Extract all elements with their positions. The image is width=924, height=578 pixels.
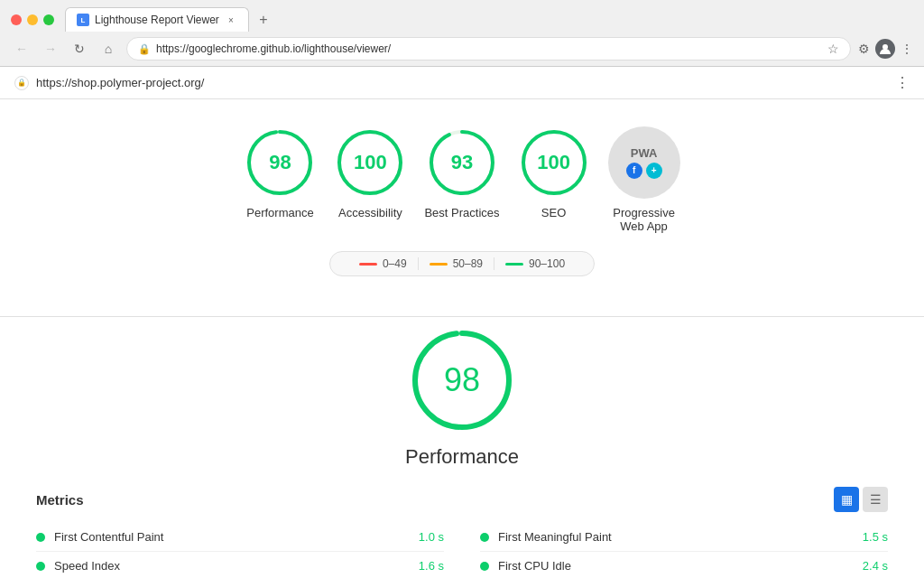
- metric-name-si: Speed Index: [54, 559, 399, 573]
- close-button[interactable]: [11, 14, 22, 25]
- pwa-text: PWA: [631, 147, 658, 159]
- refresh-button[interactable]: ↻: [69, 38, 90, 60]
- seo-label: SEO: [541, 206, 566, 219]
- pwa-icon: PWA f +: [608, 126, 680, 199]
- address-field[interactable]: 🔒 https://googlechrome.github.io/lightho…: [126, 37, 851, 61]
- tab-title: Lighthouse Report Viewer: [95, 14, 219, 26]
- score-item-best-practices: 93 Best Practices: [424, 126, 499, 219]
- metrics-header: Metrics ▦ ☰: [36, 487, 888, 512]
- profile-icon[interactable]: [875, 39, 895, 59]
- browser-chrome: L Lighthouse Report Viewer × + ← → ↻ ⌂ 🔒…: [0, 0, 924, 67]
- extensions-icon[interactable]: ⚙: [858, 42, 870, 56]
- metric-name-fmp: First Meaningful Paint: [498, 530, 843, 544]
- metric-value-fmp: 1.5 s: [843, 530, 888, 544]
- accessibility-score: 100: [354, 151, 387, 174]
- menu-icon[interactable]: ⋮: [901, 42, 913, 56]
- pwa-label: ProgressiveWeb App: [613, 206, 675, 233]
- maximize-button[interactable]: [43, 14, 54, 25]
- metric-row-si: Speed Index 1.6 s: [36, 552, 444, 578]
- seo-score: 100: [537, 151, 570, 174]
- score-circle-best-practices: 93: [426, 126, 498, 199]
- metric-row-fci: First CPU Idle 2.4 s: [480, 552, 888, 578]
- tab-bar: L Lighthouse Report Viewer × +: [65, 7, 913, 32]
- score-circle-seo: 100: [518, 126, 590, 199]
- performance-score: 98: [269, 151, 291, 174]
- address-bar-row: ← → ↻ ⌂ 🔒 https://googlechrome.github.io…: [0, 32, 924, 66]
- metrics-view-toggle: ▦ ☰: [834, 487, 888, 512]
- pwa-badges: f +: [626, 163, 662, 179]
- metric-dot-si: [36, 562, 45, 571]
- tab-close-button[interactable]: ×: [225, 14, 237, 26]
- metric-value-fcp: 1.0 s: [399, 530, 444, 544]
- metrics-title: Metrics: [36, 492, 84, 508]
- metrics-col-0: First Contentful Paint 1.0 s Speed Index…: [36, 523, 444, 578]
- main-content: 98 Performance 100 Accessibility: [0, 99, 924, 578]
- legend-item-red: 0–49: [348, 257, 419, 270]
- title-bar: L Lighthouse Report Viewer × +: [0, 0, 924, 32]
- metrics-col-1: First Meaningful Paint 1.5 s First CPU I…: [480, 523, 888, 578]
- score-legend: 0–49 50–89 90–100: [329, 251, 595, 276]
- legend-dash-red: [359, 263, 377, 266]
- toggle-grid-button[interactable]: ▦: [834, 487, 859, 512]
- score-circle-performance: 98: [244, 126, 316, 199]
- legend-dash-green: [505, 263, 523, 266]
- site-bar: 🔒 https://shop.polymer-project.org/ ⋮: [0, 67, 924, 99]
- forward-button[interactable]: →: [40, 38, 61, 60]
- accessibility-label: Accessibility: [338, 206, 402, 219]
- omnibox-right: ⚙ ⋮: [858, 39, 913, 59]
- site-url-text: https://shop.polymer-project.org/: [36, 76, 204, 89]
- tab-favicon: L: [77, 14, 89, 26]
- metric-value-si: 1.6 s: [399, 559, 444, 573]
- legend-item-orange: 50–89: [419, 257, 494, 270]
- site-menu-icon[interactable]: ⋮: [895, 74, 910, 91]
- score-item-performance: 98 Performance: [244, 126, 316, 219]
- minimize-button[interactable]: [27, 14, 38, 25]
- score-circle-accessibility: 100: [334, 126, 406, 199]
- metrics-grid: First Contentful Paint 1.0 s Speed Index…: [36, 523, 888, 578]
- metric-value-fci: 2.4 s: [843, 559, 888, 573]
- traffic-lights: [11, 14, 54, 25]
- score-item-pwa: PWA f + ProgressiveWeb App: [608, 126, 680, 233]
- toggle-list-button[interactable]: ☰: [863, 487, 888, 512]
- bookmark-icon[interactable]: ☆: [827, 42, 839, 56]
- active-tab[interactable]: L Lighthouse Report Viewer ×: [65, 7, 249, 32]
- metric-name-fcp: First Contentful Paint: [54, 530, 399, 544]
- metric-name-fci: First CPU Idle: [498, 559, 843, 573]
- back-button[interactable]: ←: [11, 38, 32, 60]
- legend-range-orange: 50–89: [453, 257, 483, 270]
- url-text: https://googlechrome.github.io/lighthous…: [156, 42, 391, 55]
- pwa-badge-plus: +: [646, 163, 662, 179]
- pwa-badge-f: f: [626, 163, 642, 179]
- site-url: 🔒 https://shop.polymer-project.org/: [14, 76, 204, 90]
- score-item-accessibility: 100 Accessibility: [334, 126, 406, 219]
- metrics-section: Metrics ▦ ☰ First Contentful Paint 1.0 s…: [0, 487, 924, 578]
- legend-item-green: 90–100: [494, 257, 576, 270]
- legend-range-green: 90–100: [529, 257, 565, 270]
- address-right-icons: ☆: [827, 42, 839, 56]
- main-score-label: Performance: [405, 445, 519, 469]
- metric-dot-fci: [480, 562, 489, 571]
- legend-range-red: 0–49: [383, 257, 407, 270]
- main-score-circle: 98: [408, 326, 516, 434]
- main-score-number: 98: [444, 361, 480, 399]
- home-button[interactable]: ⌂: [97, 38, 119, 60]
- new-tab-button[interactable]: +: [253, 9, 274, 31]
- main-score-section: 98 Performance: [0, 317, 924, 487]
- site-favicon: 🔒: [14, 76, 29, 90]
- score-summary: 98 Performance 100 Accessibility: [0, 99, 924, 251]
- metric-dot-fmp: [480, 533, 489, 542]
- best-practices-score: 93: [451, 151, 473, 174]
- score-item-seo: 100 SEO: [518, 126, 590, 219]
- legend-dash-orange: [430, 263, 448, 266]
- best-practices-label: Best Practices: [424, 206, 499, 219]
- metric-dot-fcp: [36, 533, 45, 542]
- lock-icon: 🔒: [138, 43, 151, 55]
- metric-row-fmp: First Meaningful Paint 1.5 s: [480, 523, 888, 552]
- metric-row-fcp: First Contentful Paint 1.0 s: [36, 523, 444, 552]
- performance-label: Performance: [246, 206, 313, 219]
